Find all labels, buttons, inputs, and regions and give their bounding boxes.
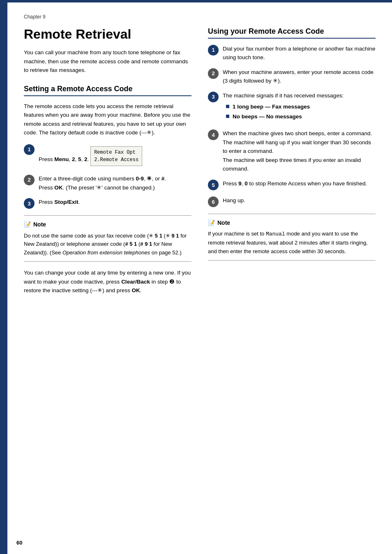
left-bar [0, 0, 7, 554]
step-3: 3 Press Stop/Exit. [24, 198, 191, 209]
step-3-content: Press Stop/Exit. [39, 198, 191, 207]
note-box-left: 📝 Note Do not use the same code as your … [24, 215, 191, 262]
step-number-1: 1 [24, 144, 35, 155]
note-label-right: Note [217, 218, 230, 227]
right-step-5: 5 Press 9, 0 to stop Remote Access when … [208, 179, 376, 190]
note-box-right: 📝 Note If your machine is set to Manual … [208, 214, 376, 261]
right-step-5-content: Press 9, 0 to stop Remote Access when yo… [223, 179, 376, 188]
right-step-number-2: 2 [208, 68, 219, 79]
right-step-number-3: 3 [208, 92, 219, 102]
right-step-number-4: 4 [208, 129, 219, 140]
right-step-number-6: 6 [208, 196, 219, 207]
right-step-number-1: 1 [208, 45, 219, 55]
right-step-3: 3 The machine signals if it has received… [208, 91, 376, 123]
bullet-text-2: No beeps — No messages [233, 113, 302, 121]
note-icon-right: 📝 [208, 218, 215, 227]
bullet-square-2 [226, 115, 229, 118]
bullet-item-2: No beeps — No messages [226, 113, 376, 121]
bullet-text-1: 1 long beep — Fax messages [233, 103, 310, 111]
bullet-list: 1 long beep — Fax messages No beeps — No… [226, 103, 376, 121]
right-column: Using your Remote Access Code 1 Dial you… [208, 27, 376, 295]
right-step-4-content: When the machine gives two short beeps, … [223, 129, 376, 173]
section1-title: Setting a Remote Access Code [24, 85, 191, 96]
right-step-4: 4 When the machine gives two short beeps… [208, 129, 376, 173]
chapter-label: Chapter 9 [24, 14, 376, 20]
note-body-left: Do not use the same code as your fax rec… [24, 232, 191, 257]
right-step-number-5: 5 [208, 180, 219, 190]
note-label-left: Note [33, 220, 46, 229]
right-step-6: 6 Hang up. [208, 196, 376, 207]
bullet-square-1 [226, 105, 229, 108]
lcd-display: Remote Fax Opt2.Remote Access [90, 146, 142, 166]
right-step-1: 1 Dial your fax number from a telephone … [208, 44, 376, 62]
right-step-6-content: Hang up. [223, 196, 376, 205]
page-title: Remote Retrieval [24, 27, 191, 42]
step-number-3: 3 [24, 198, 35, 209]
bullet-item-1: 1 long beep — Fax messages [226, 103, 376, 111]
note-header-left: 📝 Note [24, 220, 191, 229]
step-number-2: 2 [24, 175, 35, 185]
right-step-2: 2 When your machine answers, enter your … [208, 68, 376, 85]
right-step-3-content: The machine signals if it has received m… [223, 91, 376, 123]
section1-intro: The remote access code lets you access t… [24, 102, 191, 137]
right-step-1-content: Dial your fax number from a telephone or… [223, 44, 376, 62]
intro-text: You can call your machine from any touch… [24, 48, 191, 75]
note-body-right: If your machine is set to Manual mode an… [208, 230, 376, 256]
manual-code: Manual [266, 231, 285, 237]
step-2: 2 Enter a three-digit code using numbers… [24, 174, 191, 192]
section2-title: Using your Remote Access Code [208, 27, 376, 39]
step-1-content: Press Menu, 2, 5, 2. Remote Fax Opt2.Rem… [39, 144, 191, 169]
step-1: 1 Press Menu, 2, 5, 2. Remote Fax Opt2.R… [24, 144, 191, 169]
step-2-content: Enter a three-digit code using numbers 0… [39, 174, 191, 192]
note-header-right: 📝 Note [208, 218, 376, 227]
top-bar [7, 0, 392, 2]
footer-text: You can change your code at any time by … [24, 268, 191, 295]
right-step-2-content: When your machine answers, enter your re… [223, 68, 376, 85]
left-column: Remote Retrieval You can call your machi… [24, 27, 191, 295]
note-icon-left: 📝 [24, 220, 31, 229]
page-number: 60 [16, 540, 22, 546]
